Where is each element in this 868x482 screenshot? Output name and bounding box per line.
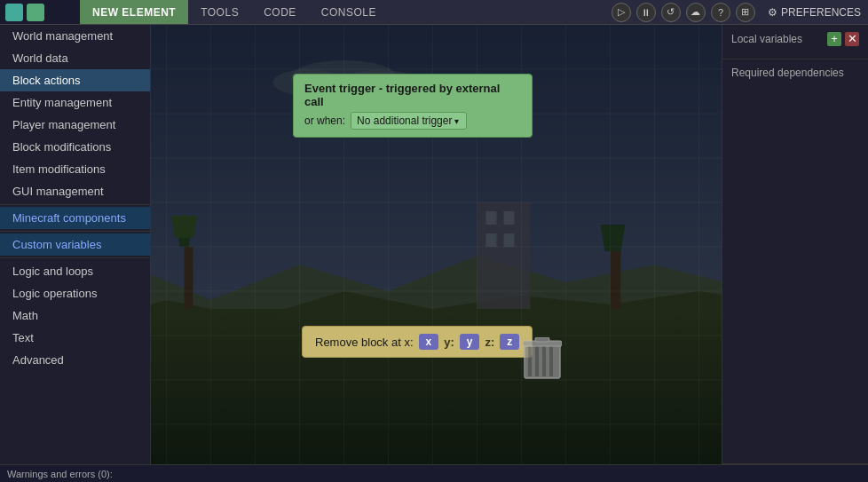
preferences-button[interactable]: ⚙ PREFERENCES <box>768 6 861 19</box>
svg-rect-50 <box>535 337 549 342</box>
status-text: Warnings and errors (0): <box>7 469 113 479</box>
local-variables-section: Local variables + ✕ <box>722 25 868 59</box>
svg-rect-48 <box>549 344 553 376</box>
required-dependencies-header: Required dependencies <box>731 67 859 79</box>
logo-area <box>0 0 80 24</box>
topbar: NEW ELEMENT TOOLS CODE CONSOLE ▷ ⏸ ↺ ☁ ?… <box>0 0 868 25</box>
y-coord-box[interactable]: y <box>460 334 480 350</box>
sidebar-item-player-management[interactable]: Player management <box>0 114 150 136</box>
icon-btn-3[interactable]: ↺ <box>661 3 681 22</box>
logo-icon-1 <box>5 4 23 21</box>
icon-btn-4[interactable]: ☁ <box>686 3 706 22</box>
trash-icon <box>523 337 562 382</box>
required-dependencies-section: Required dependencies <box>722 59 868 464</box>
event-trigger-title: Event trigger - triggered by external ca… <box>304 82 521 108</box>
sidebar-item-minecraft-components[interactable]: Minecraft components <box>0 207 150 229</box>
trigger-dropdown[interactable]: No additional trigger <box>351 112 467 130</box>
tab-tools[interactable]: TOOLS <box>188 0 251 24</box>
icon-btn-1[interactable]: ▷ <box>612 3 631 22</box>
icon-btn-2[interactable]: ⏸ <box>636 3 656 22</box>
sidebar-item-advanced[interactable]: Advanced <box>0 349 150 371</box>
sidebar-divider-3 <box>0 257 150 258</box>
sidebar-item-block-modifications[interactable]: Block modifications <box>0 136 150 158</box>
sidebar-item-math[interactable]: Math <box>0 304 150 327</box>
canvas-area[interactable]: Event trigger - triggered by external ca… <box>151 25 722 464</box>
add-local-variable-button[interactable]: + <box>827 32 841 46</box>
icon-btn-5[interactable]: ? <box>711 3 730 22</box>
remove-local-variable-button[interactable]: ✕ <box>845 32 859 46</box>
or-when-label: or when: <box>304 115 345 127</box>
sidebar-item-logic-loops[interactable]: Logic and loops <box>0 260 150 282</box>
local-variables-label: Local variables <box>731 33 802 45</box>
sidebar-item-item-modifications[interactable]: Item modifications <box>0 158 150 180</box>
icon-btn-6[interactable]: ⊞ <box>736 3 755 22</box>
required-dependencies-label: Required dependencies <box>731 67 844 79</box>
sidebar-divider-1 <box>0 204 150 205</box>
main-layout: World management World data Block action… <box>0 25 868 464</box>
gear-icon: ⚙ <box>768 6 777 19</box>
remove-block-widget: Remove block at x: x y: y z: z <box>302 326 533 358</box>
y-label: y: <box>444 336 454 349</box>
trash-icon-area[interactable] <box>523 337 562 384</box>
x-coord-box[interactable]: x <box>419 334 439 350</box>
sidebar-divider-2 <box>0 231 150 232</box>
logo-icon-2 <box>27 4 44 21</box>
sidebar-item-world-management[interactable]: World management <box>0 25 150 47</box>
tab-code[interactable]: CODE <box>251 0 309 24</box>
svg-rect-45 <box>528 344 532 376</box>
sidebar-item-gui-management[interactable]: GUI management <box>0 180 150 202</box>
svg-rect-47 <box>542 344 546 376</box>
z-label: z: <box>485 336 494 349</box>
status-bar: Warnings and errors (0): <box>0 464 868 482</box>
sidebar-item-entity-management[interactable]: Entity management <box>0 91 150 114</box>
remove-block-label: Remove block at x: <box>315 336 414 349</box>
sidebar-item-world-data[interactable]: World data <box>0 47 150 69</box>
right-panel: Local variables + ✕ Required dependencie… <box>722 25 868 464</box>
event-trigger-block: Event trigger - triggered by external ca… <box>293 74 533 138</box>
sidebar-item-block-actions[interactable]: Block actions <box>0 69 150 91</box>
tab-new-element[interactable]: NEW ELEMENT <box>80 0 188 24</box>
z-coord-box[interactable]: z <box>500 334 519 350</box>
sidebar-item-logic-operations[interactable]: Logic operations <box>0 282 150 304</box>
svg-rect-46 <box>535 344 539 376</box>
preferences-label: PREFERENCES <box>781 6 861 19</box>
tab-console[interactable]: CONSOLE <box>309 0 389 24</box>
event-trigger-row: or when: No additional trigger <box>304 112 521 130</box>
sidebar: World management World data Block action… <box>0 25 151 464</box>
local-variables-header: Local variables + ✕ <box>731 32 859 46</box>
sidebar-item-text[interactable]: Text <box>0 327 150 349</box>
topbar-icons: ▷ ⏸ ↺ ☁ ? ⊞ ⚙ PREFERENCES <box>612 3 868 22</box>
sidebar-item-custom-variables[interactable]: Custom variables <box>0 233 150 256</box>
